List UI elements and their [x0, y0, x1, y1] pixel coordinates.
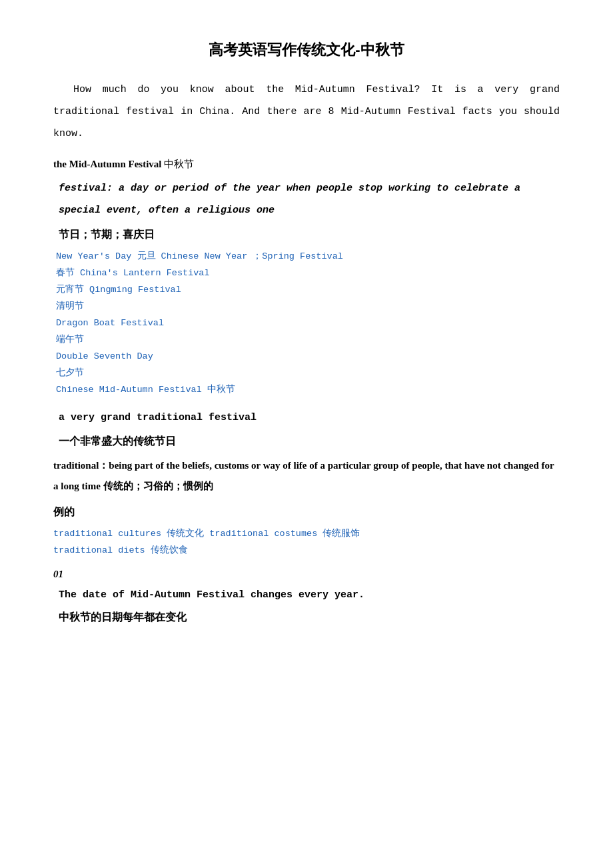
section-heading-en: the Mid-Autumn Festival — [53, 159, 162, 169]
page-title: 高考英语写作传统文化-中秋节 — [53, 40, 560, 60]
section-heading-zh: 中秋节 — [164, 159, 194, 169]
intro-paragraph: How much do you know about the Mid-Autum… — [53, 79, 560, 145]
festival-list: New Year's Day 元旦 Chinese New Year ；Spri… — [53, 249, 560, 399]
list-item: Chinese Mid-Autumn Festival 中秋节 — [56, 382, 560, 399]
list-item: 春节 China's Lantern Festival — [56, 265, 560, 282]
list-item: 七夕节 — [56, 365, 560, 382]
grand-phrase-en: a very grand traditional festival — [53, 408, 560, 428]
example-item: traditional cultures 传统文化 traditional co… — [53, 526, 560, 543]
section-heading-mid-autumn: the Mid-Autumn Festival 中秋节 — [53, 158, 560, 171]
festival-zh-translation: 节日；节期；喜庆日 — [53, 228, 560, 242]
list-item-dragon-boat: Dragon Boat Festival — [56, 315, 560, 332]
list-item: 元宵节 Qingming Festival — [56, 282, 560, 299]
traditional-definition: traditional：being part of the beliefs, c… — [53, 455, 560, 497]
fact-number: 01 — [53, 569, 560, 580]
example-item: traditional diets 传统饮食 — [53, 543, 560, 559]
list-item: Double Seventh Day — [56, 349, 560, 365]
grand-phrase-zh: 一个非常盛大的传统节日 — [53, 435, 560, 449]
fact-en-text: The date of Mid-Autumn Festival changes … — [53, 585, 560, 605]
list-item: New Year's Day 元旦 Chinese New Year ；Spri… — [56, 249, 560, 265]
list-item: 端午节 — [56, 332, 560, 349]
festival-definition: festival: a day or period of the year wh… — [53, 177, 560, 221]
list-item: 清明节 — [56, 299, 560, 315]
fact-zh-text: 中秋节的日期每年都在变化 — [53, 611, 560, 625]
traditional-examples: traditional cultures 传统文化 traditional co… — [53, 526, 560, 559]
traditional-examples-heading: 例的 — [53, 505, 560, 519]
